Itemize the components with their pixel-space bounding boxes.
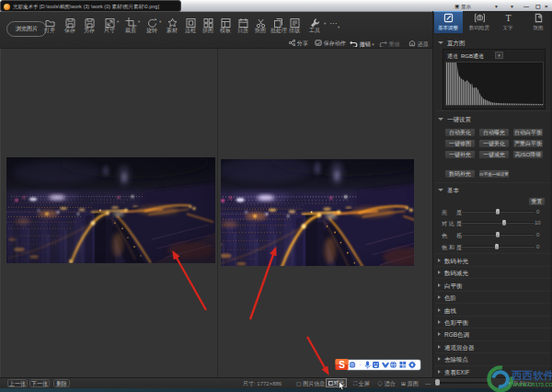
- svg-text:T: T: [505, 13, 511, 23]
- svg-text:…: …: [329, 17, 338, 26]
